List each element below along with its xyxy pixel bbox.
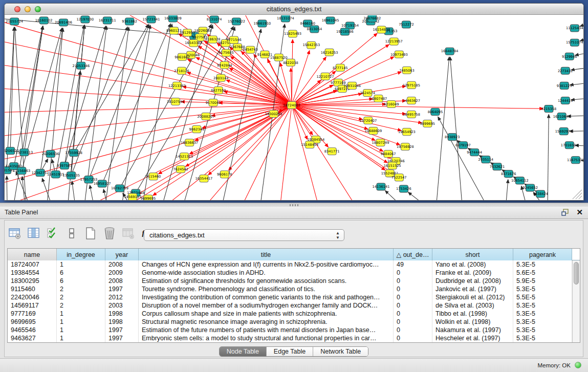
column-header-in_degree[interactable]: in_degree (57, 249, 105, 260)
table-cell[interactable]: 2008 (105, 260, 139, 269)
table-cell[interactable]: Disruption of a novel member of a sodium… (139, 301, 394, 310)
select-columns-icon[interactable] (46, 226, 60, 240)
network-edge[interactable] (547, 115, 549, 200)
network-node[interactable]: 21053346 (72, 62, 90, 69)
table-cell[interactable]: 2 (57, 301, 105, 310)
row-height-icon[interactable] (64, 226, 79, 240)
table-cell[interactable]: 0 (394, 318, 432, 326)
network-node[interactable]: 18131074 (277, 15, 294, 22)
network-node[interactable]: 20088207 (198, 113, 215, 120)
network-edge[interactable] (504, 180, 508, 200)
table-cell[interactable]: 2009 (105, 269, 139, 277)
table-cell[interactable]: 14569117 (8, 301, 57, 310)
table-cell[interactable]: 1997 (105, 334, 139, 342)
network-edge[interactable] (74, 25, 148, 153)
network-node[interactable]: 19756928 (397, 143, 414, 150)
table-cell[interactable]: 1997 (105, 326, 139, 334)
table-cell[interactable]: 5.3E-5 (513, 318, 572, 326)
table-cell[interactable]: 5.5E-5 (513, 293, 572, 301)
table-cell[interactable]: 9777169 (8, 310, 57, 318)
network-node[interactable]: 19654923 (398, 128, 416, 136)
network-edge[interactable] (153, 25, 213, 200)
network-node[interactable]: 10973493 (390, 51, 408, 58)
table-row[interactable]: 1872400712008Changes of HCN gene express… (8, 260, 580, 269)
network-edge[interactable] (5, 105, 292, 113)
table-cell[interactable]: 6 (57, 269, 105, 277)
network-node[interactable]: 16836637 (181, 139, 198, 146)
network-node[interactable]: 16782759 (111, 185, 128, 192)
column-header-title[interactable]: title (139, 249, 394, 260)
table-cell[interactable]: 19384554 (8, 269, 57, 277)
network-node[interactable]: 9242844 (217, 61, 232, 69)
network-node[interactable]: 21055724 (6, 18, 23, 25)
network-edge[interactable] (116, 25, 150, 200)
table-row[interactable]: 1456911722003Disruption of a novel membe… (8, 301, 580, 310)
float-panel-icon[interactable] (561, 209, 569, 216)
network-edge[interactable] (580, 20, 583, 26)
network-window-titlebar[interactable]: citations_edges.txt (5, 4, 583, 15)
network-view[interactable]: 2105572418160102206914061219703016231711… (5, 15, 583, 200)
table-cell[interactable]: 5.3E-5 (513, 310, 572, 318)
table-cell[interactable]: 18300295 (8, 277, 57, 285)
table-cell[interactable]: 1 (57, 326, 105, 334)
network-node[interactable]: 14521313 (176, 153, 193, 160)
network-node[interactable]: 15842353 (302, 41, 320, 49)
network-node[interactable]: 8341771 (324, 148, 340, 155)
network-node[interactable]: 16648784 (441, 48, 459, 55)
table-cell[interactable]: 0 (394, 326, 432, 334)
table-cell[interactable]: Franke et al. (2009) (432, 269, 513, 277)
network-node[interactable]: 10654112 (511, 177, 529, 184)
network-edge[interactable] (570, 82, 583, 85)
network-node[interactable]: 10807487 (370, 95, 387, 102)
network-node[interactable]: 17016504 (561, 142, 578, 149)
network-node[interactable]: 6879197 (455, 142, 471, 149)
network-edge[interactable] (292, 39, 293, 105)
network-node[interactable]: 15720407 (359, 117, 377, 124)
table-cell[interactable]: 5.6E-5 (513, 269, 572, 277)
table-cell[interactable]: 5.3E-5 (513, 301, 572, 310)
table-cell[interactable]: Stergiakouli et al. (2012) (432, 293, 513, 301)
table-cell[interactable]: 2012 (105, 293, 139, 301)
network-edge[interactable] (580, 36, 583, 41)
show-columns-icon[interactable] (27, 226, 41, 240)
network-edge[interactable] (120, 25, 211, 188)
network-edge[interactable] (438, 117, 504, 200)
network-node[interactable]: 2803144 (213, 74, 229, 81)
table-cell[interactable]: 0 (394, 285, 432, 293)
network-node[interactable]: 9862345 (189, 126, 205, 133)
network-edge[interactable] (7, 176, 8, 200)
table-cell[interactable]: Genome-wide association studies in ADHD. (139, 269, 394, 277)
column-header-out_de[interactable]: △ out_de… (394, 249, 432, 260)
network-node[interactable]: 19661910 (254, 20, 271, 27)
network-edge[interactable] (42, 178, 64, 200)
table-cell[interactable]: Tibbo et al. (1998) (432, 310, 513, 318)
table-cell[interactable]: 1 (57, 310, 105, 318)
table-cell[interactable]: 5.9E-5 (513, 277, 572, 285)
table-row[interactable]: 946362711997Embryonic stem cells: a mode… (8, 334, 580, 342)
table-cell[interactable]: Hescheler et al. (1997) (432, 334, 513, 342)
table-cell[interactable]: 22420046 (8, 293, 57, 301)
table-row[interactable]: 1830029562008Estimation of significance … (8, 277, 580, 285)
table-cell[interactable]: 5.3E-5 (513, 334, 572, 342)
network-edge[interactable] (276, 105, 292, 200)
network-node[interactable]: 16210643 (553, 113, 571, 120)
network-node[interactable]: 12342757 (32, 169, 49, 177)
tab-network-table[interactable]: Network Table (313, 347, 368, 356)
table-cell[interactable]: 1997 (105, 285, 139, 293)
network-node[interactable]: 11125434 (566, 25, 583, 32)
table-cell[interactable]: Dudbridge et al. (2008) (432, 277, 513, 285)
network-node[interactable]: 9474444 (467, 149, 482, 156)
network-edge[interactable] (72, 181, 80, 200)
network-edge[interactable] (226, 80, 292, 105)
table-row[interactable]: 2242004622012Investigating the contribut… (8, 293, 580, 301)
network-node[interactable]: 9170041 (206, 99, 221, 106)
table-cell[interactable]: de Silva et al. (2003) (432, 301, 513, 310)
network-node[interactable]: 9381223 (557, 82, 572, 89)
table-cell[interactable]: Structural magnetic resonance image aver… (139, 318, 394, 326)
network-node[interactable]: 7632621 (490, 163, 505, 170)
table-cell[interactable]: 2 (57, 285, 105, 293)
table-settings-icon[interactable] (8, 226, 22, 240)
table-cell[interactable]: 5.3E-5 (513, 260, 572, 269)
table-cell[interactable]: 6 (57, 277, 105, 285)
network-node[interactable]: 16216253 (321, 49, 338, 56)
